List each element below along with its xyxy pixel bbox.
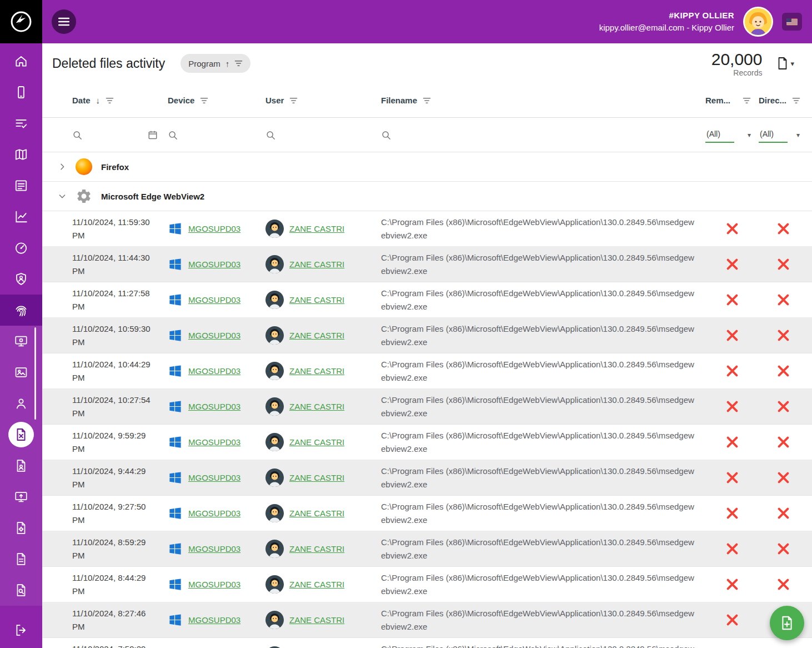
table-row[interactable]: 11/10/2024, 8:59:29 PM MGOSUPD03 ZANE CA…: [42, 531, 812, 567]
column-filename[interactable]: Filename: [381, 96, 705, 105]
sidebar-item-file-settings[interactable]: [0, 512, 42, 544]
edge-webview-gear-icon: [76, 188, 92, 205]
column-removable[interactable]: Rem...: [705, 96, 759, 105]
column-user[interactable]: User: [265, 96, 381, 105]
group-row-edge-webview[interactable]: Microsoft Edge WebView2: [42, 182, 812, 211]
sidebar-item-file-search[interactable]: [0, 575, 42, 606]
sidebar-item-activity-log[interactable]: [0, 170, 42, 201]
row-date: 11/10/2024, 11:44:30 PM: [72, 251, 168, 277]
user-link[interactable]: ZANE CASTRI: [289, 295, 349, 305]
chevron-down-icon[interactable]: [56, 192, 69, 201]
sidebar-item-file-report[interactable]: [0, 544, 42, 575]
device-link[interactable]: MGOSUPD03: [188, 295, 245, 305]
calendar-icon[interactable]: [148, 130, 158, 140]
sidebar-item-screenshots[interactable]: [0, 357, 42, 388]
table-row[interactable]: 11/10/2024, 9:27:50 PM MGOSUPD03 ZANE CA…: [42, 496, 812, 531]
device-search-input[interactable]: [181, 131, 255, 139]
sidebar-item-user-activity[interactable]: [0, 388, 42, 419]
table-row[interactable]: 11/10/2024, 10:44:29 PM MGOSUPD03 ZANE C…: [42, 353, 812, 389]
sidebar-item-tasks[interactable]: [0, 108, 42, 139]
export-button[interactable]: ▾: [776, 57, 794, 70]
user-link[interactable]: ZANE CASTRI: [289, 437, 349, 447]
filename-search-input[interactable]: [394, 131, 695, 139]
device-link[interactable]: MGOSUPD03: [188, 544, 245, 554]
device-link[interactable]: MGOSUPD03: [188, 437, 245, 447]
sidebar-item-file-activity[interactable]: [0, 450, 42, 481]
user-link[interactable]: ZANE CASTRI: [289, 402, 349, 411]
sidebar-item-screen-monitoring[interactable]: [0, 326, 42, 357]
user-link[interactable]: ZANE CASTRI: [289, 366, 349, 376]
date-filter-cell: [72, 130, 168, 140]
user-link[interactable]: ZANE CASTRI: [289, 224, 349, 233]
sidebar-item-risk[interactable]: [0, 263, 42, 295]
table-row[interactable]: 11/10/2024, 11:59:30 PM MGOSUPD03 ZANE C…: [42, 211, 812, 247]
sidebar-item-remote-control[interactable]: [0, 481, 42, 512]
row-device-cell: MGOSUPD03: [168, 399, 265, 414]
menu-button[interactable]: [52, 9, 76, 34]
table-header: Date ↓ Device User Filename Rem... Direc…: [42, 83, 812, 118]
removable-filter-icon[interactable]: [743, 97, 751, 104]
sidebar-item-logout[interactable]: [0, 617, 42, 648]
column-device[interactable]: Device: [168, 96, 265, 105]
page-title: Deleted files activity: [52, 56, 165, 71]
date-filter-icon[interactable]: [106, 97, 114, 104]
table-row[interactable]: 11/10/2024, 11:27:58 PM MGOSUPD03 ZANE C…: [42, 282, 812, 318]
table-row[interactable]: 11/10/2024, 10:59:30 PM MGOSUPD03 ZANE C…: [42, 318, 812, 353]
add-report-fab[interactable]: [770, 606, 804, 640]
removable-select[interactable]: (All) ▾: [705, 127, 759, 143]
column-date[interactable]: Date ↓: [72, 96, 168, 105]
user-link[interactable]: ZANE CASTRI: [289, 473, 349, 482]
screen-share-icon: [14, 490, 28, 504]
sidebar-item-behavior[interactable]: [0, 295, 42, 326]
device-link[interactable]: MGOSUPD03: [188, 473, 245, 482]
sidebar-item-devices[interactable]: [0, 77, 42, 108]
group-row-firefox[interactable]: Firefox: [42, 152, 812, 182]
user-link[interactable]: ZANE CASTRI: [289, 331, 349, 340]
user-link[interactable]: ZANE CASTRI: [289, 615, 349, 625]
filename-filter-icon[interactable]: [423, 97, 431, 104]
device-link[interactable]: MGOSUPD03: [188, 260, 245, 269]
table-row[interactable]: 11/10/2024, 11:44:30 PM MGOSUPD03 ZANE C…: [42, 247, 812, 282]
user-link[interactable]: ZANE CASTRI: [289, 544, 349, 554]
device-link[interactable]: MGOSUPD03: [188, 331, 245, 340]
directory-select[interactable]: (All) ▾: [759, 127, 808, 143]
date-search-input[interactable]: [86, 131, 144, 139]
sidebar-item-home[interactable]: [0, 46, 42, 77]
device-link[interactable]: MGOSUPD03: [188, 580, 245, 589]
user-link[interactable]: ZANE CASTRI: [289, 580, 349, 589]
table-row[interactable]: 11/10/2024, 10:27:54 PM MGOSUPD03 ZANE C…: [42, 389, 812, 425]
red-x-icon: [776, 470, 791, 485]
column-directory[interactable]: Direc...: [759, 96, 808, 105]
sort-chip[interactable]: Program ↑: [181, 54, 250, 73]
device-link[interactable]: MGOSUPD03: [188, 509, 245, 518]
user-row-avatar-icon: [265, 397, 284, 416]
row-device-cell: MGOSUPD03: [168, 506, 265, 521]
device-link[interactable]: MGOSUPD03: [188, 224, 245, 233]
app-logo[interactable]: [0, 0, 42, 43]
chevron-right-icon[interactable]: [56, 162, 69, 171]
sidebar-item-map[interactable]: [0, 139, 42, 170]
user-search-input[interactable]: [279, 131, 371, 139]
device-filter-icon[interactable]: [200, 97, 208, 104]
table-row[interactable]: 11/10/2024, 8:27:46 PM MGOSUPD03 ZANE CA…: [42, 602, 812, 638]
table-row[interactable]: 11/10/2024, 9:59:29 PM MGOSUPD03 ZANE CA…: [42, 425, 812, 460]
sidebar-item-analytics[interactable]: [0, 201, 42, 232]
map-icon: [14, 147, 28, 162]
row-filename: C:\Program Files (x86)\Microsoft\EdgeWeb…: [381, 358, 705, 384]
device-link[interactable]: MGOSUPD03: [188, 402, 245, 411]
user-filter-icon[interactable]: [289, 97, 298, 104]
table-row[interactable]: 11/10/2024, 8:44:29 PM MGOSUPD03 ZANE CA…: [42, 567, 812, 602]
sidebar-item-deleted-files[interactable]: [0, 419, 42, 450]
table-row[interactable]: 11/10/2024, 9:44:29 PM MGOSUPD03 ZANE CA…: [42, 460, 812, 496]
user-link[interactable]: ZANE CASTRI: [289, 260, 349, 269]
device-link[interactable]: MGOSUPD03: [188, 615, 245, 625]
red-x-icon: [776, 292, 791, 307]
directory-filter-icon[interactable]: [792, 97, 800, 104]
table-row[interactable]: 11/10/2024, 7:59:29 PM MGOSUPD03 ZANE CA…: [42, 638, 812, 648]
device-link[interactable]: MGOSUPD03: [188, 366, 245, 376]
chevron-down-icon: ▾: [796, 131, 800, 139]
sidebar-item-dashboard[interactable]: [0, 232, 42, 263]
user-link[interactable]: ZANE CASTRI: [289, 509, 349, 518]
user-avatar[interactable]: [743, 7, 773, 37]
language-button[interactable]: [782, 13, 802, 31]
